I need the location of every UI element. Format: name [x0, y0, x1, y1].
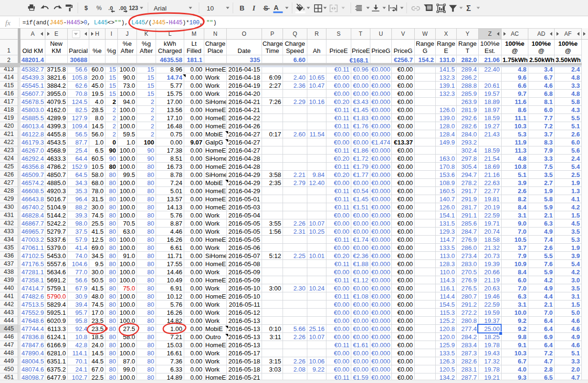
- svg-text:123: 123: [129, 5, 138, 11]
- svg-text:A: A: [274, 4, 279, 11]
- svg-text:%: %: [96, 5, 102, 11]
- svg-text:10: 10: [207, 5, 214, 12]
- svg-text:B: B: [240, 4, 244, 12]
- svg-text:Arial: Arial: [154, 5, 167, 12]
- svg-text:S: S: [264, 4, 268, 12]
- svg-text:.00: .00: [119, 5, 126, 11]
- svg-text:Σ: Σ: [466, 4, 471, 12]
- svg-text:.0: .0: [108, 5, 113, 11]
- svg-text:$: $: [84, 5, 88, 11]
- svg-text:I: I: [252, 4, 256, 12]
